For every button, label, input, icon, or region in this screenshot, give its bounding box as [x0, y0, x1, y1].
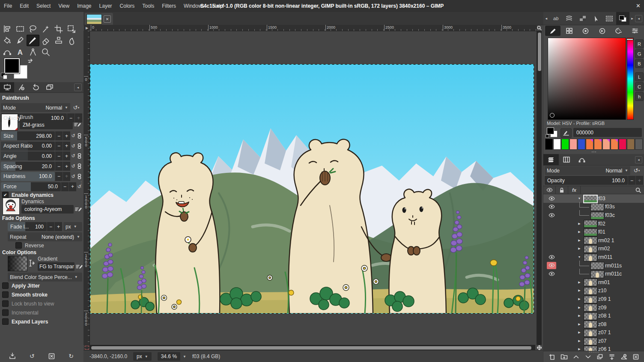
tab-brushes[interactable]	[563, 12, 576, 25]
lower-layer-icon[interactable]	[583, 353, 593, 361]
tool-clone-button[interactable]	[52, 35, 65, 46]
layer-row[interactable]: ▶ z06 1	[543, 345, 644, 351]
aspect-ratio-link-icon[interactable]	[76, 142, 82, 151]
smooth-stroke-row[interactable]: Smooth stroke	[2, 291, 48, 298]
color-mode-cmyk[interactable]	[561, 26, 577, 36]
close-image-icon[interactable]: ✕	[104, 15, 111, 23]
layer-visibility-toggle[interactable]	[547, 346, 556, 351]
reset-tool-icon[interactable]: ↻	[66, 352, 76, 360]
hardness-reset-icon[interactable]: ↺	[70, 172, 76, 181]
tool-zoom-button[interactable]	[39, 46, 52, 58]
reverse-row[interactable]: Reverse	[15, 242, 44, 249]
color-mode-wheel[interactable]	[594, 26, 610, 36]
unit-dropdown[interactable]: px ▼	[133, 352, 152, 361]
color-history-swatch[interactable]	[602, 139, 610, 150]
gradient-edit-icon[interactable]	[76, 264, 83, 270]
repeat-dropdown[interactable]: Repeat None (extend) ▼	[8, 232, 82, 241]
hue-strip[interactable]	[627, 38, 634, 120]
new-layer-group-icon[interactable]	[559, 353, 569, 361]
lock-column-icon[interactable]	[556, 186, 568, 194]
tab-paths[interactable]	[574, 154, 590, 165]
menu-file[interactable]: File	[0, 0, 16, 12]
layer-row[interactable]: ▶ z09	[543, 303, 644, 312]
color-history-swatch[interactable]	[635, 139, 643, 150]
layer-visibility-toggle[interactable]	[547, 295, 556, 303]
fg-bg-color-widget[interactable]	[3, 58, 33, 80]
hardness-link-icon[interactable]	[76, 172, 82, 181]
expander-icon[interactable]: ▶	[577, 323, 582, 326]
blend-space-dropdown[interactable]: Blend Color Space Perce... ▼	[8, 273, 82, 282]
layer-mode-reset-button[interactable]: ↺▾	[630, 166, 643, 175]
channel-c-button[interactable]: C	[635, 82, 644, 91]
layer-row[interactable]: ▶ rm02	[543, 245, 644, 253]
spacing-reset-icon[interactable]: ↺	[70, 162, 76, 171]
menu-tools[interactable]: Tools	[138, 0, 158, 12]
fade-decrease-button[interactable]: −	[47, 222, 54, 231]
expander-icon[interactable]: ▶	[577, 297, 582, 301]
tool-text-button[interactable]: A	[14, 46, 27, 58]
quick-mask-toggle[interactable]	[84, 345, 90, 350]
close-window-icon[interactable]: ✕	[636, 0, 641, 12]
layer-thumbnail[interactable]	[584, 220, 597, 228]
layer-visibility-toggle[interactable]	[547, 270, 556, 277]
search-icon[interactable]	[635, 187, 641, 193]
layer-thumbnail[interactable]	[584, 237, 597, 244]
tool-rectangle-select-button[interactable]	[14, 23, 27, 35]
layer-visibility-toggle[interactable]	[547, 312, 556, 319]
spacing-link-icon[interactable]	[76, 162, 82, 171]
default-colors-mini-icon[interactable]	[546, 134, 549, 138]
color-mode-scales[interactable]	[627, 26, 643, 36]
color-history-swatch[interactable]	[586, 139, 593, 150]
dynamics-preview[interactable]	[3, 198, 20, 215]
tab-tool-options[interactable]	[0, 82, 14, 92]
channel-b-button[interactable]: B	[635, 59, 644, 68]
smooth-stroke-checkbox[interactable]	[2, 291, 9, 298]
tool-paintbrush-button[interactable]	[27, 35, 39, 46]
size-increase-button[interactable]: +	[63, 131, 70, 140]
tool-ink-button[interactable]	[14, 35, 27, 46]
layer-thumbnail[interactable]	[584, 312, 597, 320]
layer-opacity-decrease-button[interactable]: −	[628, 176, 635, 185]
hardness-increase-button[interactable]: +	[63, 172, 70, 181]
layer-row[interactable]: rm011c	[543, 270, 644, 278]
brush-name-field[interactable]: ZM-grass	[20, 121, 73, 129]
menu-colors[interactable]: Colors	[116, 0, 139, 12]
tab-fonts[interactable]: ab	[549, 12, 563, 25]
expander-icon[interactable]: ▶	[577, 331, 582, 334]
zoom-level-field[interactable]: 34.6 %	[158, 352, 180, 361]
menu-view[interactable]: View	[54, 0, 73, 12]
foreground-color-swatch[interactable]	[4, 58, 20, 74]
apply-jitter-row[interactable]: Apply Jitter	[2, 282, 40, 289]
layer-visibility-toggle[interactable]	[547, 237, 556, 244]
menu-edit[interactable]: Edit	[16, 0, 33, 12]
size-link-icon[interactable]	[76, 131, 82, 140]
tab-gradients[interactable]	[576, 12, 589, 25]
zoom-dropdown-icon[interactable]: ▼	[183, 355, 186, 359]
fade-increase-button[interactable]: +	[54, 222, 62, 231]
horizontal-scrollbar[interactable]	[90, 345, 535, 350]
add-mask-icon[interactable]	[619, 353, 629, 361]
tool-bucket-fill-button[interactable]	[1, 35, 14, 46]
opacity-increase-button[interactable]: +	[75, 113, 82, 122]
layer-row[interactable]: ▶ rm02 1	[543, 236, 644, 245]
lock-brush-row[interactable]: Lock brush to view	[2, 300, 54, 307]
layer-visibility-toggle[interactable]	[547, 320, 556, 328]
angle-slider[interactable]: Angle 0.00	[1, 151, 55, 160]
vertical-scrollbar[interactable]	[537, 31, 542, 345]
color-mode-gimp[interactable]	[545, 26, 561, 36]
gradient-preview[interactable]	[8, 256, 27, 271]
layer-row[interactable]: rm011s	[543, 261, 644, 270]
visibility-column-eye-icon[interactable]	[543, 186, 556, 194]
spacing-increase-button[interactable]: +	[63, 162, 70, 171]
horizontal-scrollbar-thumb[interactable]	[91, 346, 532, 350]
layer-visibility-toggle[interactable]	[547, 245, 556, 252]
expander-icon[interactable]: ▶	[577, 289, 582, 292]
layer-row[interactable]: ▶ f01	[543, 228, 644, 236]
gradient-flip-icon[interactable]	[28, 259, 35, 267]
expander-icon[interactable]: ▶	[577, 247, 582, 250]
dynamics-name-field[interactable]: coloring-Aryeom	[21, 205, 74, 214]
force-increase-button[interactable]: +	[69, 182, 76, 191]
layer-row[interactable]: ▶ f02	[543, 220, 644, 228]
channel-h-button[interactable]: h	[635, 92, 644, 101]
expander-icon[interactable]: ▶	[577, 306, 582, 309]
